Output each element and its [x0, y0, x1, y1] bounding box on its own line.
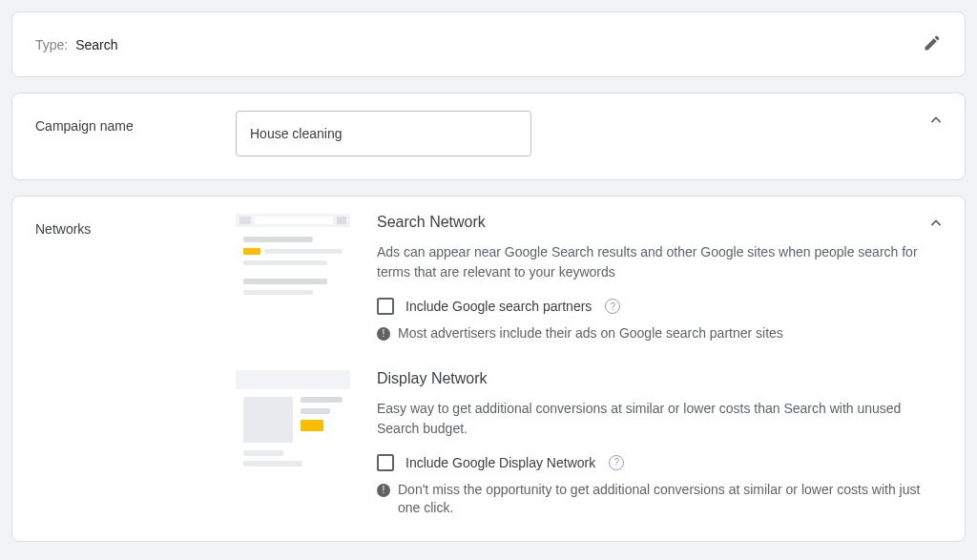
display-network-title: Display Network: [377, 370, 942, 387]
search-partners-help-icon[interactable]: ?: [605, 299, 620, 314]
display-network-block: Display Network Easy way to get addition…: [236, 370, 942, 518]
display-network-illustration: [236, 370, 350, 466]
search-network-illustration: [236, 214, 350, 309]
search-network-hint: Most advertisers include their ads on Go…: [398, 324, 783, 343]
info-icon: !: [377, 484, 390, 497]
display-network-desc: Easy way to get additional conversions a…: [377, 399, 942, 439]
networks-label: Networks: [35, 214, 236, 237]
search-network-block: Search Network Ads can appear near Googl…: [236, 214, 942, 343]
collapse-networks-icon[interactable]: [926, 214, 946, 236]
type-text: Type: Search: [35, 37, 118, 52]
type-label: Type:: [35, 37, 68, 52]
campaign-name-card: Campaign name: [11, 93, 966, 180]
search-network-desc: Ads can appear near Google Search result…: [377, 242, 942, 282]
campaign-name-label: Campaign name: [35, 111, 236, 134]
display-network-hint: Don't miss the opportunity to get additi…: [398, 481, 942, 518]
campaign-name-input[interactable]: [236, 111, 531, 156]
type-value: Search: [75, 37, 117, 52]
search-network-title: Search Network: [377, 214, 942, 231]
include-display-network-label: Include Google Display Network: [405, 455, 595, 470]
networks-card: Networks: [11, 196, 966, 542]
campaign-type-card: Type: Search: [11, 11, 966, 77]
edit-type-icon[interactable]: [923, 33, 942, 55]
collapse-campaign-name-icon[interactable]: [926, 111, 946, 133]
include-search-partners-checkbox[interactable]: [377, 298, 394, 315]
include-search-partners-label: Include Google search partners: [405, 299, 592, 314]
display-network-help-icon[interactable]: ?: [609, 455, 624, 470]
info-icon: !: [377, 327, 390, 341]
include-display-network-checkbox[interactable]: [377, 454, 394, 471]
